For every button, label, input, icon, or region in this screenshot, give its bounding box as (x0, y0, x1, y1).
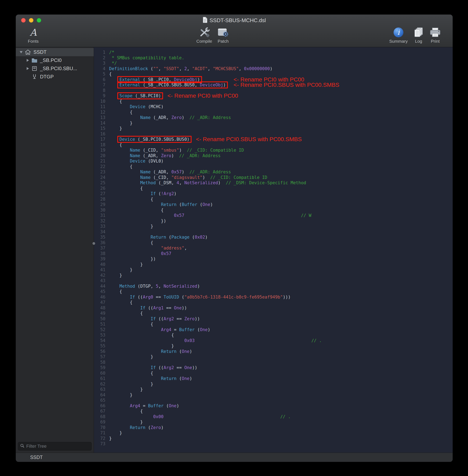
code-lines: 1/*2 * SMBus compatibility table.3 */4De… (94, 50, 453, 447)
patch-button[interactable]: Patch (212, 27, 234, 44)
line-number: 57 (94, 354, 105, 360)
line-number: 50 (94, 316, 105, 322)
code-line: 12 { (94, 110, 453, 115)
print-button[interactable]: Print (424, 27, 446, 44)
toolbar: A Fonts Compile (16, 26, 453, 47)
sidebar-item-dtgp[interactable]: DTGP (16, 73, 94, 81)
code-line: 35 Return (Package (0x02) (94, 235, 453, 240)
line-number: 24 (94, 175, 105, 180)
code-line: 37 "address", (94, 245, 453, 251)
code-line: 45 { (94, 289, 453, 294)
line-number: 70 (94, 425, 105, 431)
filter-tree-field[interactable]: Filter Tree (18, 442, 92, 451)
line-number: 9 (94, 93, 105, 99)
line-number: 36 (94, 240, 105, 246)
line-number: 63 (94, 387, 105, 392)
code-line: 13 Name (_ADR, Zero) // _ADR: Address (94, 115, 453, 120)
main-content: SSDT_SB.PCI0_SB.PCI0.SBU...DTGP Filter T… (16, 47, 453, 453)
code-line: 69 } (94, 419, 453, 425)
line-number: 38 (94, 251, 105, 256)
code-line: 51 { (94, 322, 453, 327)
summary-label: Summary (389, 39, 408, 44)
search-icon (20, 444, 25, 449)
line-number: 51 (94, 322, 105, 327)
line-number: 34 (94, 229, 105, 235)
code-line: 32 }) (94, 218, 453, 224)
sidebar-item-label: SSDT (33, 49, 46, 55)
line-number: 29 (94, 202, 105, 208)
code-line: 56 Return (One) (94, 349, 453, 354)
line-number: 7 (94, 82, 105, 88)
rename-annotation-note: <- Rename PCI0.SBUS with PC00.SMBS (234, 81, 339, 89)
line-number: 33 (94, 224, 105, 229)
log-documents-icon (413, 27, 424, 38)
line-number: 53 (94, 332, 105, 338)
line-number: 56 (94, 349, 105, 354)
code-line: 49 { (94, 311, 453, 316)
code-line: 26 { (94, 186, 453, 191)
navigation-tree: SSDT_SB.PCI0_SB.PCI0.SBU...DTGP (16, 47, 94, 440)
code-line: 2 * SMBus compatibility table. (94, 55, 453, 61)
line-number: 1 (94, 50, 105, 55)
traffic-lights (21, 15, 41, 26)
line-number: 6 (94, 77, 105, 82)
line-number: 11 (94, 104, 105, 110)
code-editor[interactable]: 1/*2 * SMBus compatibility table.3 */4De… (94, 47, 453, 453)
line-number: 3 (94, 60, 105, 66)
code-line: 27 If (!Arg2) (94, 191, 453, 196)
code-line: 52 Arg4 = Buffer (One) (94, 327, 453, 333)
code-line: 18 { (94, 142, 453, 148)
sidebar-item-sb-pci0[interactable]: _SB.PCI0 (16, 56, 94, 64)
minimize-button[interactable] (29, 18, 33, 23)
code-line: 20 Name (_ADR, Zero) // _ADR: Address (94, 153, 453, 159)
line-number: 44 (94, 283, 105, 289)
zoom-button[interactable] (37, 18, 41, 23)
code-line: 1/* (94, 50, 453, 55)
splitter-handle[interactable] (92, 242, 95, 245)
line-number: 28 (94, 196, 105, 202)
code-line: 36 { (94, 240, 453, 246)
line-number: 52 (94, 327, 105, 333)
code-line: 53 { (94, 332, 453, 338)
summary-button[interactable]: i Summary (386, 27, 411, 44)
titlebar[interactable]: SSDT-SBUS-MCHC.dsl (16, 15, 453, 26)
filter-placeholder: Filter Tree (26, 444, 46, 449)
line-number: 31 (94, 213, 105, 218)
fonts-icon: A (30, 27, 37, 38)
compile-label: Compile (196, 39, 212, 44)
sidebar-item-sb-pci0-sbu[interactable]: _SB.PCI0.SBU... (16, 64, 94, 73)
sidebar-item-ssdt[interactable]: SSDT (16, 48, 94, 56)
compile-tools-icon (198, 27, 210, 38)
code-line: 9 Scope (_SB.PCI0) (94, 93, 453, 99)
line-number: 66 (94, 403, 105, 409)
line-number: 61 (94, 376, 105, 381)
fonts-button[interactable]: A Fonts (22, 27, 44, 44)
line-number: 42 (94, 273, 105, 278)
disclosure-triangle[interactable] (18, 48, 24, 56)
code-line: 58 (94, 360, 453, 365)
code-line: 63 } (94, 387, 453, 392)
sidebar-item-label: _SB.PCI0 (40, 58, 61, 63)
line-number: 4 (94, 66, 105, 72)
code-line: 21 Device (DVL0) (94, 158, 453, 164)
close-button[interactable] (21, 18, 26, 23)
fonts-label: Fonts (28, 39, 39, 44)
patch-window-gear-icon (217, 27, 229, 38)
code-line: 61 Return (One) (94, 376, 453, 381)
line-number: 40 (94, 262, 105, 267)
line-number: 47 (94, 300, 105, 305)
line-number: 68 (94, 414, 105, 420)
status-text: SSDT (30, 455, 43, 460)
line-number: 62 (94, 381, 105, 387)
code-line: 44 Method (DTGP, 5, NotSerialized) (94, 283, 453, 289)
line-number: 27 (94, 191, 105, 196)
code-line: 65 (94, 398, 453, 403)
code-line: 54 0x03 // . (94, 338, 453, 343)
code-line: 72} (94, 436, 453, 441)
line-number: 39 (94, 256, 105, 262)
line-number: 55 (94, 343, 105, 349)
line-number: 10 (94, 99, 105, 104)
disclosure-triangle[interactable] (25, 56, 30, 64)
disclosure-triangle[interactable] (25, 64, 30, 73)
code-line: 33 } (94, 224, 453, 229)
